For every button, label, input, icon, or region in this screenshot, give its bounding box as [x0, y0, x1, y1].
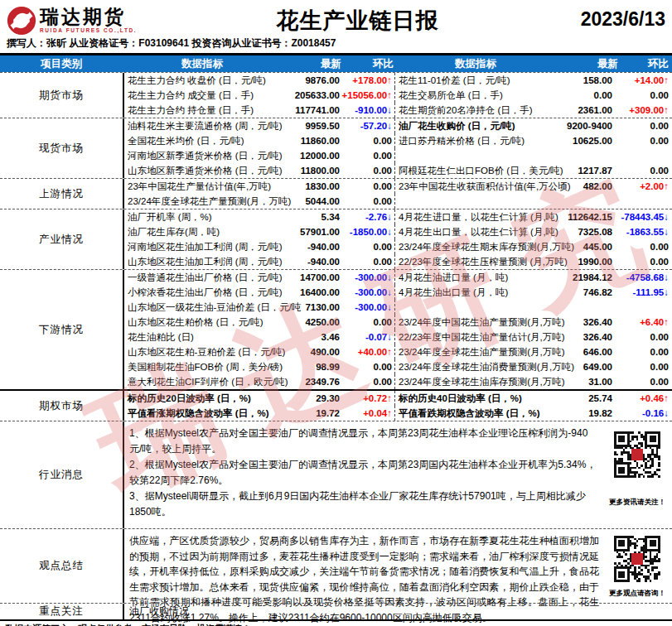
report-title: 花生产业链日报: [182, 6, 533, 36]
row-right-half: 进口苏丹精米价格 (日，元/吨)10625.000.00: [394, 133, 672, 148]
indicator-label: 标的历史20日波动率 (日，%): [124, 392, 282, 405]
table-header-row: 项目类别 数据指标 最新 环比 数据指标 最新 环比: [0, 55, 672, 72]
latest-value: 205633.00: [282, 90, 340, 100]
table-row: 23/24年度全球花生产量预测(月，万吨)5044.000.00: [124, 194, 672, 209]
table-row: 小榨浓香花生油出厂价格 (日，元/吨)16400.00-300.00↓4月花生油…: [124, 285, 672, 300]
latest-value: 19.82: [551, 408, 612, 418]
indicator-label: 山东地区花生油加工利润 (周，元/吨): [124, 256, 282, 268]
section-rows: 23年中国花生产量估计值(年,万吨)1830.000.0023年中国花生收获面积…: [123, 179, 672, 209]
indicator-label: 一级普通花生油出厂价格 (日，元/吨): [124, 272, 282, 284]
table-row: 23年中国花生产量估计值(年,万吨)1830.000.0023年中国花生收获面积…: [124, 179, 672, 194]
change-value: 0.00: [612, 332, 672, 342]
change-value: 0.00: [340, 317, 394, 327]
change-value: +40.00↑: [340, 347, 394, 357]
latest-value: 5044.00: [282, 196, 340, 206]
table-row: 平值看涨期权隐含波动率 (日，%)19.72+0.04↑平值看跌期权隐含波动率 …: [124, 406, 672, 421]
change-value: 0.00: [612, 377, 672, 387]
latest-value: 9876.00: [282, 75, 340, 85]
change-value: -4758.68↓: [612, 272, 672, 282]
section-industry: 产业情况油厂开机率 (周，%)5.34-2.76↓4月花生进口量，以花生仁计算 …: [0, 209, 672, 269]
row-right-half: 标的历史40日波动率 (日，%)25.74+0.46↑: [394, 391, 672, 406]
indicator-label: 山东地区花生粕价格 (日，元/吨): [124, 316, 282, 329]
indicator-label: 22/23年度全球花生压榨量预测 (月,万吨): [395, 256, 551, 268]
indicator-label: 花生交易所仓单 (日，手): [395, 89, 551, 102]
indicator-label: 花生油粕比 (日): [124, 331, 282, 344]
change-value: 0.00: [340, 181, 394, 191]
table-row: 山东地区花生油加工利润 (周，元/吨)-940.000.0022/23年度全球花…: [124, 254, 672, 269]
change-value: 0.00: [612, 121, 672, 131]
change-value: 0.00: [612, 347, 672, 357]
table-row: 美国粗制花生油FOB价 (周，美分/磅)98.990.0023/24年度全球花生…: [124, 359, 672, 374]
row-right-half: 23/24年度全球花生油消费量预测(月,万吨)649.000.00: [394, 359, 672, 374]
latest-value: 646.00: [551, 347, 612, 357]
indicator-label: 花生主力合约 持仓量 (日，手): [124, 104, 282, 117]
change-value: 0.00: [340, 362, 394, 372]
section-rows: 标的历史20日波动率 (日，%)29.30+0.72↑标的历史40日波动率 (日…: [123, 391, 672, 421]
indicator-label: 小榨浓香花生油出厂价格 (日，元/吨): [124, 287, 282, 299]
row-right-half: 4月花生出口量，以花生仁计算 (月,吨)7325.08-1863.55↓: [394, 224, 672, 239]
company-logo: 瑞达期货 RUIDA FUTURES CO.,LTD.: [7, 6, 182, 39]
section-category: 期货市场: [0, 73, 123, 118]
latest-value: 19.72: [282, 408, 340, 418]
latest-value: 11800.00: [282, 166, 340, 176]
section-category: 上游情况: [0, 179, 123, 209]
indicator-label: 23/24年度全球花生期末库存预测(月,万吨): [395, 241, 551, 253]
latest-value: -940.00: [282, 257, 340, 267]
news-line: 2、根据Mysteel农产品对全国主要油厂的调查情况显示，本周第23周国内花生油…: [129, 457, 599, 489]
change-value: +0.46↑: [612, 393, 672, 403]
report-page: 瑞达研究 瑞达期货 RUIDA FUTURES CO.,LTD. 花生产业链日报…: [0, 0, 672, 626]
section-rows: 花生主力合约 收盘价 (日，元/吨)9876.00+178.00↑花生11-01…: [123, 73, 672, 118]
section-category: 现货市场: [0, 118, 123, 178]
logo-swirl-icon: [7, 6, 36, 39]
indicator-label: 油厂开机率 (周，%): [124, 211, 282, 224]
news-lines: 1、根据Mysteel农产品对全国主要油厂的调查情况显示，本周第23周花生油样本…: [124, 421, 602, 528]
indicator-label: 23/24年度全球花生产量预测(月，万吨): [124, 195, 282, 208]
change-value: +6.40↑: [612, 317, 672, 327]
section-rows: 一级普通花生油出厂价格 (日，元/吨)14700.00-300.00↓4月花生油…: [123, 270, 672, 389]
latest-value: 112642.15: [551, 212, 612, 222]
change-value: -300.00↓: [340, 272, 394, 282]
indicator-label: 山东地区新季通货米价格 (日，元/吨): [124, 165, 282, 177]
indicator-label: 山东地区一级花生油-豆油价差 (日，元/吨: [124, 301, 282, 314]
section-category: 产业情况: [0, 209, 123, 269]
table-row: 意大利花生油CIF到岸价 (日，欧元/吨)2349.760.0023/24年度全…: [124, 374, 672, 389]
latest-value: 1217.87: [551, 166, 612, 176]
latest-value: 14700.00: [282, 272, 340, 282]
summary-content: 供应端，产区优质货源较少，贸易商多以销售库存为主，新作而言，市场存在新季夏花生花…: [123, 529, 672, 603]
change-value: 0.00: [612, 362, 672, 372]
change-value: -57.20↓: [340, 121, 394, 131]
table-row: 全国花生米均价 (日，元/吨)11860.000.00进口苏丹精米价格 (日，元…: [124, 133, 672, 148]
table-row: 花生主力合约 成交量 (日，手)205633.00+15056.00↑花生交易所…: [124, 88, 672, 103]
row-right-half: 4月花生进口量，以花生仁计算 (月,吨)112642.15-78443.45↓: [394, 209, 672, 224]
table-row: 河南地区新季通货米价格 (日，元/吨)12000.000.00: [124, 148, 672, 163]
table-row: 河南地区花生油加工利润 (周，元/吨)-940.000.0023/24年度全球花…: [124, 239, 672, 254]
change-value: -2.76↓: [340, 212, 394, 222]
latest-value: 445.00: [551, 242, 612, 252]
row-right-half: 阿根廷花生仁出口FOB价 (日，美元/吨)1217.870.00: [394, 163, 672, 178]
row-right-half: 4月花生油进口量 (月，吨)21984.12-4758.68↓: [394, 270, 672, 285]
section-summary: 观点总结 供应端，产区优质货源较少，贸易商多以销售库存为主，新作而言，市场存在新…: [0, 528, 672, 603]
indicator-label: 油厂花生库存(周，吨): [124, 226, 282, 238]
qr-code-icon: [614, 536, 660, 582]
row-right-half: 4月花生油出口量 (月，吨)746.82-111.95↓: [394, 285, 672, 300]
latest-value: 649.00: [551, 362, 612, 372]
indicator-label: 23/24年度全球花生油消费量预测(月,万吨): [395, 361, 551, 373]
indicator-label: 平值看涨期权隐含波动率 (日，%): [124, 407, 282, 420]
col-header-indicator-r: 数据指标: [396, 57, 555, 71]
latest-value: 57901.00: [282, 227, 340, 237]
col-header-chg-r: 环比: [618, 57, 672, 71]
change-value: +0.04↑: [340, 408, 394, 418]
row-right-half: 23/24年度中国花生油产量预测(月,万吨)326.40+6.40↑: [394, 315, 672, 330]
table-row: 油料花生米主要流通价格 (周，元/吨)9959.50-57.20↓油厂花生收购价…: [124, 118, 672, 133]
change-value: 0.00: [612, 136, 672, 146]
latest-value: 12000.00: [282, 151, 340, 161]
col-header-indicator-l: 数据指标: [123, 57, 282, 71]
table-row: 标的历史20日波动率 (日，%)29.30+0.72↑标的历史40日波动率 (日…: [124, 391, 672, 406]
news-qr-caption: 更多资讯请关注！: [609, 498, 665, 508]
indicator-label: 23/24年度全球花生油库存预测(月,万吨): [395, 376, 551, 388]
indicator-label: 4月花生油进口量 (月，吨): [395, 272, 551, 284]
indicator-label: 花生期货前20名净持仓 (日，手): [395, 104, 551, 117]
latest-value: 482.00: [551, 181, 612, 191]
row-right-half: 花生11-01价差 (日，元/吨)158.00+14.00↑: [394, 73, 672, 88]
latest-value: 10625.00: [551, 136, 612, 146]
